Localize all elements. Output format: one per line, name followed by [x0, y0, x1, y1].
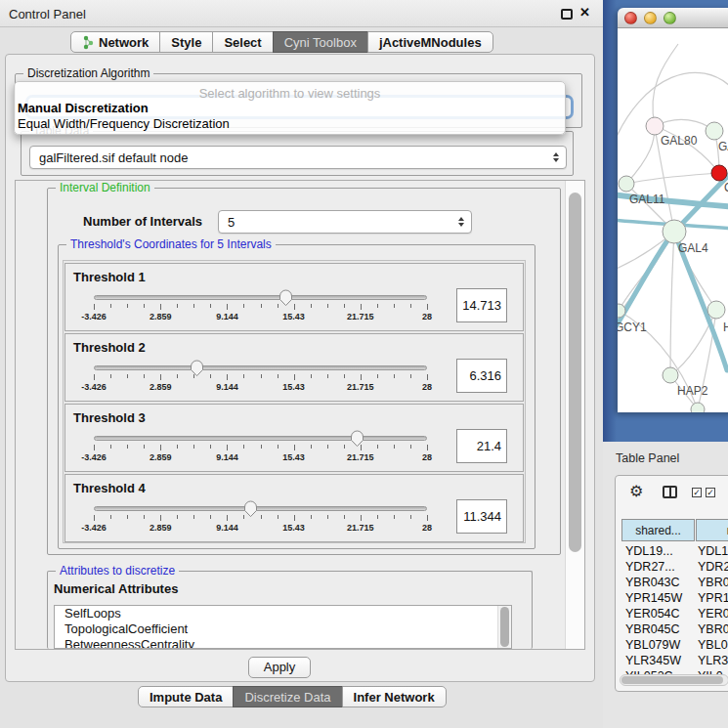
zoom-traffic-light-icon[interactable] [664, 12, 676, 24]
algorithm-option-manual-discretization[interactable]: Manual Discretization [15, 100, 565, 115]
tab-label: Discretize Data [244, 690, 330, 705]
tick-mark [110, 374, 111, 378]
tab-cyni-toolbox[interactable]: Cyni Toolbox [273, 31, 368, 53]
threshold-1-slider-handle[interactable] [278, 289, 293, 307]
threshold-slider-track[interactable] [94, 365, 427, 370]
table-row[interactable]: YDL19...YDL1 [616, 544, 728, 560]
tick-mark [261, 515, 262, 519]
checkbox-icon[interactable]: ✓ [706, 488, 715, 497]
tick-mark [278, 374, 278, 378]
spinner-icon [458, 217, 464, 227]
tick-label: 9.144 [205, 452, 248, 462]
column-header-shared-name[interactable]: shared... [621, 519, 695, 541]
close-traffic-light-icon[interactable] [624, 12, 637, 24]
network-node-node-bottom[interactable] [691, 403, 705, 412]
table-row[interactable]: YBR043CYBR0 [616, 576, 728, 591]
threshold-4-value-field[interactable]: 11.344 [456, 499, 507, 534]
algorithm-option-equal-width-frequency-discretization[interactable]: Equal Width/Frequency Discretization [15, 115, 565, 131]
tick-label: 21.715 [339, 382, 382, 392]
threshold-4-slider-handle[interactable] [243, 500, 258, 518]
tick-mark [193, 304, 194, 308]
tick-mark [394, 515, 395, 519]
attribute-item-selfloops[interactable]: SelfLoops [55, 606, 511, 621]
attribute-item-betweennesscentrality[interactable]: BetweennessCentrality [55, 637, 511, 649]
tick-mark [144, 515, 145, 519]
tab-select[interactable]: Select [212, 31, 273, 53]
tick-mark [294, 374, 295, 380]
minimize-traffic-light-icon[interactable] [644, 12, 657, 24]
cell-shared-name: YPR145W [625, 591, 682, 605]
float-window-icon[interactable] [561, 9, 573, 20]
cell-name: YBR0 [698, 576, 728, 589]
columns-icon[interactable] [663, 486, 677, 498]
tab-label: jActiveMNodules [379, 35, 482, 50]
tick-mark [144, 374, 145, 378]
cell-shared-name: YLR345W [625, 654, 681, 667]
numerical-attributes-list[interactable]: SelfLoopsTopologicalCoefficientBetweenne… [54, 605, 512, 649]
table-horizontal-scrollbar[interactable] [620, 674, 728, 686]
table-data-combobox[interactable]: galFiltered.sif default node [29, 146, 567, 169]
tab-infer-network[interactable]: Infer Network [342, 686, 447, 707]
threshold-2-slider-handle[interactable] [190, 360, 204, 377]
scrollbar-thumb[interactable] [569, 193, 581, 552]
threshold-slider-track[interactable] [94, 436, 427, 441]
threshold-slider-track[interactable] [94, 295, 427, 300]
tick-mark [94, 445, 95, 450]
close-icon[interactable]: ✕ [579, 5, 590, 20]
tick-label: 28 [406, 523, 449, 533]
table-row[interactable]: YBL079WYBL0 [616, 638, 728, 654]
network-node-node-top-right[interactable] [706, 122, 723, 140]
attributes-list-scrollbar[interactable] [497, 606, 511, 648]
network-node-node-red[interactable] [711, 165, 727, 181]
tab-impute-data[interactable]: Impute Data [138, 686, 234, 707]
network-node-label: GAL11 [629, 193, 665, 206]
threshold-label: Threshold 3 [73, 410, 146, 425]
column-header-name[interactable]: n [696, 519, 728, 541]
table-row[interactable]: YBR045CYBR0 [616, 622, 728, 638]
tick-mark [210, 515, 211, 519]
table-row[interactable]: YER054CYER0 [616, 607, 728, 622]
threshold-slider-track[interactable] [94, 506, 427, 511]
tick-label: 28 [406, 452, 449, 462]
tick-label: 9.144 [205, 382, 248, 392]
threshold-1-value-field[interactable]: 14.713 [456, 288, 507, 322]
cell-name: YBL0 [698, 638, 728, 652]
tab-jactivemnodules[interactable]: jActiveMNodules [367, 31, 493, 53]
tick-mark [193, 445, 194, 449]
settings-vertical-scrollbar[interactable] [565, 181, 584, 649]
checkbox-icon[interactable]: ✓ [692, 488, 702, 497]
tick-mark [294, 304, 295, 310]
cell-name: YPR1 [698, 591, 728, 605]
network-node-hap2[interactable] [663, 367, 678, 383]
tick-label: 2.859 [139, 312, 182, 321]
table-row[interactable]: YLR345WYLR3 [616, 654, 728, 669]
apply-button[interactable]: Apply [248, 657, 311, 678]
network-node-gal11[interactable] [619, 176, 634, 192]
network-window-titlebar[interactable] [618, 8, 728, 28]
tick-mark [261, 445, 262, 449]
gear-icon[interactable]: ⚙ [629, 482, 643, 500]
tick-mark [427, 374, 428, 380]
tick-mark [394, 374, 395, 378]
thresholds-group: Threshold's Coordinates for 5 Intervals … [58, 244, 535, 549]
network-node-gal80[interactable] [646, 117, 664, 135]
network-canvas[interactable]: GAL80GACGAL11GAL4GCY1HHAP2 [618, 28, 728, 412]
tick-mark [377, 304, 378, 308]
tab-network[interactable]: Network [70, 31, 160, 53]
tab-discretize-data[interactable]: Discretize Data [233, 686, 342, 707]
attribute-item-topologicalcoefficient[interactable]: TopologicalCoefficient [55, 621, 511, 637]
panel-title: Control Panel [9, 7, 86, 21]
tab-style[interactable]: Style [159, 31, 213, 53]
network-node-node-right-h[interactable] [707, 301, 725, 319]
tick-mark [410, 304, 411, 308]
table-row[interactable]: YPR145WYPR1 [616, 591, 728, 607]
cell-name: YDR2 [698, 560, 728, 574]
tick-label: 2.859 [139, 382, 182, 392]
table-row[interactable]: YDR27...YDR2 [616, 560, 728, 576]
threshold-3-slider-handle[interactable] [350, 430, 364, 448]
threshold-3-value-field[interactable]: 21.4 [456, 429, 507, 463]
network-node-gal4[interactable] [663, 220, 686, 243]
tick-mark [94, 515, 95, 521]
number-of-intervals-combobox[interactable]: 5 [218, 210, 472, 234]
threshold-2-value-field[interactable]: 6.316 [456, 359, 507, 393]
